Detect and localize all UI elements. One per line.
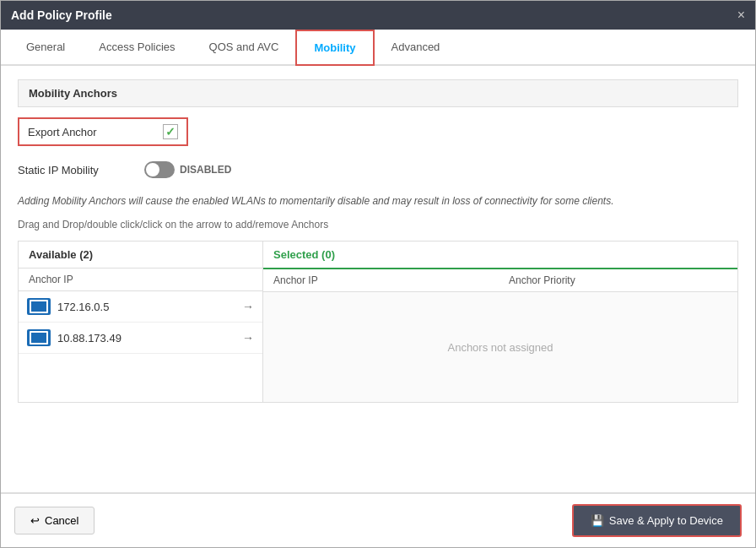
tab-advanced[interactable]: Advanced: [375, 30, 457, 64]
modal-title: Add Policy Profile: [11, 8, 112, 22]
selected-col-anchor-ip: Anchor IP: [273, 274, 492, 286]
modal-close-button[interactable]: ×: [737, 8, 745, 23]
modal-window: Add Policy Profile × General Access Poli…: [0, 0, 756, 548]
toggle-state-label: DISABLED: [180, 164, 231, 176]
tab-general[interactable]: General: [9, 30, 82, 64]
static-ip-toggle[interactable]: [144, 161, 175, 178]
anchor-ip-1: 10.88.173.49: [57, 332, 235, 345]
available-panel: Available (2) Anchor IP 172.16.0.5 → 10.…: [19, 241, 263, 402]
export-anchor-checkbox[interactable]: [163, 124, 178, 139]
available-header: Available (2): [19, 241, 262, 269]
modal-footer: ↩ Cancel 💾 Save & Apply to Device: [1, 492, 755, 547]
toggle-knob: [146, 163, 159, 176]
drag-hint: Drag and Drop/double click/click on the …: [18, 219, 738, 231]
available-col-header: Anchor IP: [19, 269, 262, 291]
anchor-container: Available (2) Anchor IP 172.16.0.5 → 10.…: [18, 241, 738, 403]
selected-panel: Selected (0) Anchor IP Anchor Priority A…: [263, 241, 737, 402]
modal-body: Mobility Anchors Export Anchor Static IP…: [1, 66, 755, 492]
tab-bar: General Access Policies QOS and AVC Mobi…: [1, 30, 755, 66]
export-anchor-checkbox-wrapper[interactable]: [163, 124, 178, 139]
save-label: Save & Apply to Device: [609, 514, 723, 527]
cancel-icon: ↩: [30, 514, 40, 527]
selected-cols: Anchor IP Anchor Priority: [263, 269, 737, 292]
save-icon: 💾: [591, 514, 604, 527]
selected-col-priority: Anchor Priority: [509, 274, 727, 286]
info-text: Adding Mobility Anchors will cause the e…: [18, 193, 738, 209]
cancel-label: Cancel: [45, 514, 78, 527]
anchor-item-1[interactable]: 10.88.173.49 →: [19, 323, 262, 354]
section-mobility-anchors: Mobility Anchors: [18, 79, 738, 107]
anchor-icon-1: [27, 329, 51, 346]
selected-header: Selected (0): [263, 241, 737, 269]
anchor-icon-0: [27, 298, 51, 315]
tab-qos-avc[interactable]: QOS and AVC: [192, 30, 296, 64]
static-ip-label: Static IP Mobility: [18, 164, 144, 176]
static-ip-mobility-row: Static IP Mobility DISABLED: [18, 158, 738, 182]
tab-access-policies[interactable]: Access Policies: [82, 30, 192, 64]
tab-mobility[interactable]: Mobility: [295, 30, 374, 66]
anchor-item-0[interactable]: 172.16.0.5 →: [19, 291, 262, 323]
export-anchor-row: Export Anchor: [18, 117, 188, 146]
export-anchor-label: Export Anchor: [28, 126, 154, 138]
modal-header: Add Policy Profile ×: [1, 1, 755, 30]
static-ip-toggle-wrapper[interactable]: DISABLED: [144, 161, 231, 178]
save-apply-button[interactable]: 💾 Save & Apply to Device: [572, 504, 742, 537]
cancel-button[interactable]: ↩ Cancel: [14, 507, 94, 534]
anchor-ip-0: 172.16.0.5: [57, 301, 235, 313]
anchor-arrow-1[interactable]: →: [242, 331, 254, 345]
anchor-arrow-0[interactable]: →: [242, 300, 254, 313]
no-anchors-text: Anchors not assigned: [263, 292, 737, 402]
